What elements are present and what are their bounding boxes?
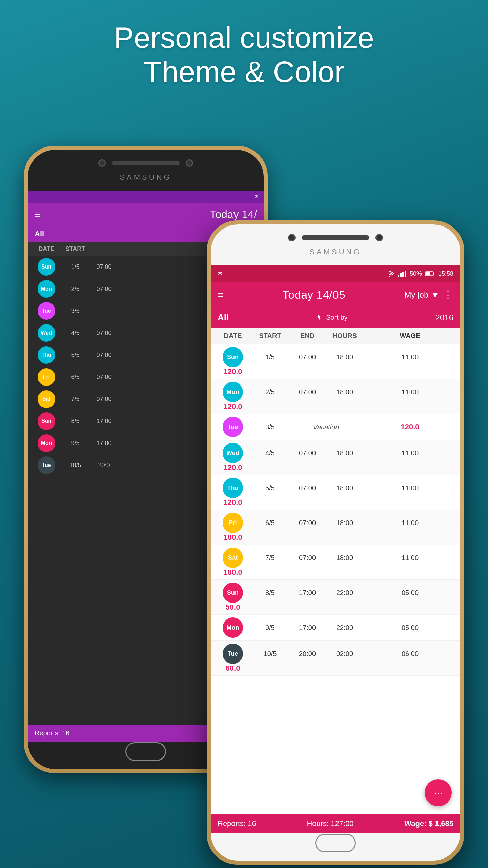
col-end: END xyxy=(289,332,326,340)
svg-rect-2 xyxy=(426,272,430,275)
back-status-icons: ✉ xyxy=(255,194,259,199)
table-row[interactable]: Tue 3/5 Vacation 120.0 xyxy=(211,414,460,440)
wage-cell: 180.0 xyxy=(214,533,251,542)
end-cell: 02:00 xyxy=(326,650,363,658)
hours-cell: 05:00 xyxy=(363,624,457,632)
front-header-title: Today 14/05 xyxy=(282,288,345,301)
back-home-button[interactable] xyxy=(125,742,166,761)
back-day-cell: Mon xyxy=(31,434,62,452)
back-status-bar: ✉ xyxy=(28,191,264,203)
back-day-badge: Tue xyxy=(38,302,55,320)
wage-cell: 180.0 xyxy=(214,568,251,577)
job-selector[interactable]: My job ▼ xyxy=(405,290,439,300)
back-col-date: DATE xyxy=(31,245,62,253)
svg-point-0 xyxy=(389,276,390,277)
back-date-cell: 9/5 xyxy=(62,440,89,447)
back-start-cell: 07:00 xyxy=(89,263,119,271)
page-title: Personal customize Theme & Color xyxy=(0,20,488,89)
back-day-badge: Wed xyxy=(38,324,55,342)
table-row[interactable]: Thu 5/5 07:00 18:00 11:00 120.0 xyxy=(211,475,460,510)
wage-cell: 60.0 xyxy=(214,664,251,673)
start-cell: 20:00 xyxy=(289,650,326,658)
day-badge-wed4: Wed xyxy=(223,443,243,463)
back-day-badge: Tue xyxy=(38,456,55,474)
back-menu-icon[interactable]: ≡ xyxy=(35,209,40,220)
wage-cell: 120.0 xyxy=(214,367,251,376)
wage-cell: 120.0 xyxy=(214,498,251,507)
back-date-cell: 3/5 xyxy=(62,308,89,315)
table-row[interactable]: Tue 10/5 20:00 02:00 06:00 60.0 xyxy=(211,641,460,676)
col-hours: HOURS xyxy=(326,332,363,340)
back-day-badge: Sun xyxy=(38,412,55,430)
envelope-icon: ✉ xyxy=(218,271,222,277)
back-day-cell: Mon xyxy=(31,280,62,298)
filter-section[interactable]: 🎙 Sort by xyxy=(317,314,347,321)
back-envelope-icon: ✉ xyxy=(255,194,259,199)
col-start: START xyxy=(251,332,289,340)
start-cell: 07:00 xyxy=(289,449,326,457)
front-camera-area xyxy=(288,234,383,241)
back-all-label[interactable]: All xyxy=(35,230,44,238)
hours-cell: 06:00 xyxy=(363,650,457,658)
day-badge-mon9: Mon xyxy=(223,617,243,638)
front-footer: Reports: 16 Hours: 127:00 Wage: $ 1,685 xyxy=(211,814,460,833)
back-day-cell: Sun xyxy=(31,258,62,276)
date-cell: 7/5 xyxy=(251,554,289,562)
start-cell: 07:00 xyxy=(289,519,326,527)
table-row[interactable]: Mon 9/5 17:00 22:00 05:00 xyxy=(211,615,460,641)
vacation-label: Vacation xyxy=(289,423,363,431)
more-options-icon[interactable]: ⋮ xyxy=(443,289,453,300)
fab-button[interactable]: ··· xyxy=(425,779,452,806)
back-date-cell: 5/5 xyxy=(62,352,89,359)
footer-hours: Hours: 127:00 xyxy=(307,819,353,828)
end-cell: 18:00 xyxy=(326,388,363,396)
back-day-cell: Thu xyxy=(31,346,62,364)
battery-text: 50% xyxy=(410,270,422,277)
hours-cell: 11:00 xyxy=(363,554,457,562)
table-row[interactable]: Sun 1/5 07:00 18:00 11:00 120.0 xyxy=(211,344,460,379)
title-line1: Personal customize xyxy=(0,20,488,55)
day-cell: Sat xyxy=(214,548,251,568)
front-table-body: Sun 1/5 07:00 18:00 11:00 120.0 Mon 2/5 xyxy=(211,344,460,833)
back-day-cell: Tue xyxy=(31,456,62,474)
table-row[interactable]: Wed 4/5 07:00 18:00 11:00 120.0 xyxy=(211,440,460,475)
table-row[interactable]: Mon 2/5 07:00 18:00 11:00 120.0 xyxy=(211,379,460,414)
front-camera-dot2 xyxy=(375,234,383,241)
front-table-header: DATE START END HOURS WAGE xyxy=(211,328,460,344)
wage-cell: 120.0 xyxy=(363,422,457,431)
day-cell: Mon xyxy=(214,382,251,402)
back-date-cell: 4/5 xyxy=(62,330,89,337)
back-start-cell: 20:0 xyxy=(89,462,119,469)
battery-icon xyxy=(425,271,435,276)
day-cell: Tue xyxy=(214,417,251,437)
back-day-badge: Sun xyxy=(38,258,55,276)
day-badge-fri6: Fri xyxy=(223,513,243,533)
end-cell: 18:00 xyxy=(326,554,363,562)
start-cell: 07:00 xyxy=(289,388,326,396)
back-day-cell: Wed xyxy=(31,324,62,342)
fab-icon: ··· xyxy=(434,787,442,798)
front-home-button[interactable] xyxy=(315,834,356,852)
col-date: DATE xyxy=(214,332,251,340)
back-reports: Reports: 16 xyxy=(35,729,69,737)
table-row[interactable]: Sun 8/5 17:00 22:00 05:00 50.0 xyxy=(211,580,460,615)
hours-cell: 11:00 xyxy=(363,353,457,361)
front-phone: SAMSUNG ✉ xyxy=(207,220,464,865)
table-row[interactable]: Fri 6/5 07:00 18:00 11:00 180.0 xyxy=(211,510,460,545)
back-start-cell: 17:00 xyxy=(89,418,119,425)
back-date-cell: 1/5 xyxy=(62,263,89,271)
date-cell: 5/5 xyxy=(251,484,289,492)
day-badge-tue3: Tue xyxy=(223,417,243,437)
col-wage: WAGE xyxy=(363,332,457,340)
end-cell: 22:00 xyxy=(326,624,363,632)
time-text: 15:58 xyxy=(438,270,453,277)
back-date-cell: 8/5 xyxy=(62,418,89,425)
date-cell: 8/5 xyxy=(251,589,289,597)
front-menu-icon[interactable]: ≡ xyxy=(218,290,223,300)
back-start-cell: 07:00 xyxy=(89,352,119,359)
back-day-badge: Mon xyxy=(38,280,55,298)
back-day-cell: Tue xyxy=(31,302,62,320)
day-cell: Wed xyxy=(214,443,251,463)
table-row[interactable]: Sat 7/5 07:00 18:00 11:00 180.0 xyxy=(211,545,460,580)
all-label[interactable]: All xyxy=(218,312,229,323)
